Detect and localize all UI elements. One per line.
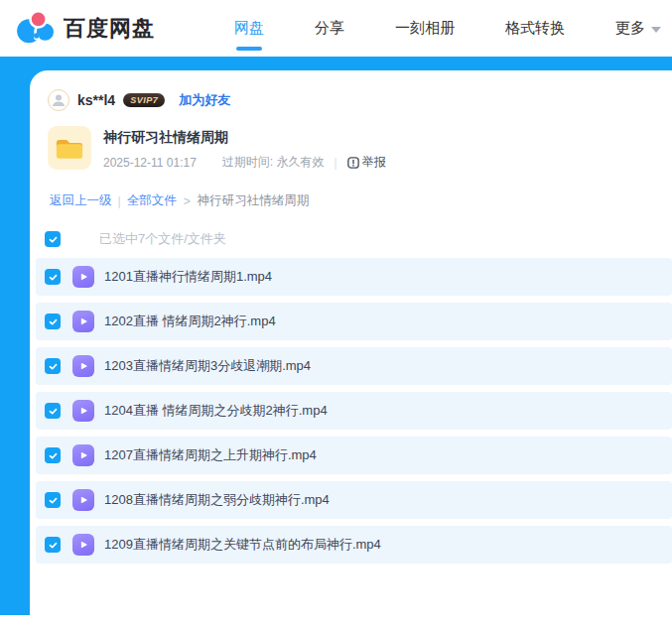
brand-title: 百度网盘: [64, 14, 155, 44]
nav-tab-netdisk[interactable]: 网盘: [232, 13, 266, 44]
breadcrumb-separator: >: [184, 194, 191, 208]
expire-text: 过期时间: 永久有效: [222, 154, 325, 171]
top-header: 百度网盘 网盘 分享 一刻相册 格式转换 更多: [0, 0, 672, 57]
add-friend-link[interactable]: 加为好友: [179, 91, 230, 109]
breadcrumb: 返回上一级 | 全部文件 > 神行研习社情绪周期: [40, 192, 672, 209]
video-file-icon: [72, 489, 94, 511]
app-logo[interactable]: 百度网盘: [16, 9, 155, 49]
row-checkbox[interactable]: [45, 537, 61, 553]
file-name: 1204直播 情绪周期之分歧期2神行.mp4: [104, 402, 328, 420]
blue-background: ks**l4 SVIP7 加为好友 神行研习社情绪周期 2025-12-11 0…: [0, 57, 672, 615]
file-row[interactable]: 1202直播 情绪周期2神行.mp4: [36, 303, 672, 340]
file-row[interactable]: 1208直播情绪周期之弱分歧期神行.mp4: [36, 481, 672, 519]
nav-tab-more[interactable]: 更多: [613, 13, 663, 44]
selection-summary: 已选中7个文件/文件夹: [99, 230, 226, 248]
file-row[interactable]: 1207直播情绪周期之上升期神行.mp4: [36, 437, 672, 474]
row-checkbox[interactable]: [45, 447, 61, 463]
check-icon: [48, 406, 59, 417]
share-time: 2025-12-11 01:17: [103, 156, 197, 170]
breadcrumb-current: 神行研习社情绪周期: [198, 192, 310, 209]
check-icon: [48, 272, 59, 283]
select-all-checkbox[interactable]: [45, 231, 61, 247]
row-checkbox[interactable]: [45, 269, 61, 285]
breadcrumb-root-link[interactable]: 全部文件: [127, 192, 177, 209]
folder-meta: 2025-12-11 01:17 过期时间: 永久有效 | 举报: [103, 154, 386, 171]
meta-divider: |: [335, 156, 337, 170]
file-name: 1208直播情绪周期之弱分歧期神行.mp4: [104, 491, 330, 509]
folder-icon: [48, 126, 91, 170]
folder-text-block: 神行研习社情绪周期 2025-12-11 01:17 过期时间: 永久有效 | …: [103, 126, 386, 171]
check-icon: [48, 450, 59, 461]
row-checkbox[interactable]: [45, 403, 61, 419]
check-icon: [48, 234, 59, 245]
row-checkbox[interactable]: [45, 358, 61, 374]
file-name: 1209直播情绪周期之关键节点前的布局神行.mp4: [104, 536, 381, 554]
video-file-icon: [72, 355, 94, 377]
folder-name: 神行研习社情绪周期: [103, 129, 386, 147]
check-icon: [48, 495, 59, 506]
nav-tab-share[interactable]: 分享: [313, 13, 346, 44]
file-name: 1201直播神行情绪周期1.mp4: [104, 268, 272, 286]
nav-tab-format-convert[interactable]: 格式转换: [503, 13, 567, 44]
chevron-down-icon: [651, 27, 661, 33]
breadcrumb-pipe: |: [118, 194, 121, 208]
report-icon: [347, 157, 359, 169]
main-nav: 网盘 分享 一刻相册 格式转换 更多: [232, 13, 663, 44]
shared-folder-info: 神行研习社情绪周期 2025-12-11 01:17 过期时间: 永久有效 | …: [48, 126, 672, 171]
video-file-icon: [72, 266, 94, 288]
row-checkbox[interactable]: [45, 314, 61, 329]
check-icon: [48, 316, 59, 327]
file-row[interactable]: 1203直播情绪周期3分歧退潮期.mp4: [36, 347, 672, 385]
file-name: 1202直播 情绪周期2神行.mp4: [104, 313, 276, 330]
video-file-icon: [72, 534, 94, 556]
file-name: 1207直播情绪周期之上升期神行.mp4: [104, 446, 317, 464]
share-owner-row: ks**l4 SVIP7 加为好友: [48, 88, 672, 112]
file-name: 1203直播情绪周期3分歧退潮期.mp4: [104, 357, 311, 375]
file-list: 1201直播神行情绪周期1.mp4 1202直播 情绪周期2神行.mp4 1: [36, 258, 672, 564]
owner-name: ks**l4: [77, 92, 115, 108]
file-row[interactable]: 1201直播神行情绪周期1.mp4: [36, 258, 672, 296]
share-card: ks**l4 SVIP7 加为好友 神行研习社情绪周期 2025-12-11 0…: [30, 70, 672, 615]
file-row[interactable]: 1209直播情绪周期之关键节点前的布局神行.mp4: [36, 526, 672, 564]
video-file-icon: [72, 444, 94, 466]
check-icon: [48, 540, 59, 551]
check-icon: [48, 361, 59, 372]
report-button[interactable]: 举报: [347, 154, 386, 171]
svip-badge: SVIP7: [123, 93, 165, 107]
avatar: [48, 89, 69, 111]
row-checkbox[interactable]: [45, 492, 61, 508]
nav-tab-moment-album[interactable]: 一刻相册: [393, 13, 457, 44]
breadcrumb-back-link[interactable]: 返回上一级: [50, 192, 112, 209]
file-row[interactable]: 1204直播 情绪周期之分歧期2神行.mp4: [36, 392, 672, 430]
video-file-icon: [72, 311, 94, 332]
selection-bar: 已选中7个文件/文件夹: [45, 229, 672, 249]
video-file-icon: [72, 400, 94, 422]
baidu-netdisk-logo-icon: [16, 9, 56, 49]
